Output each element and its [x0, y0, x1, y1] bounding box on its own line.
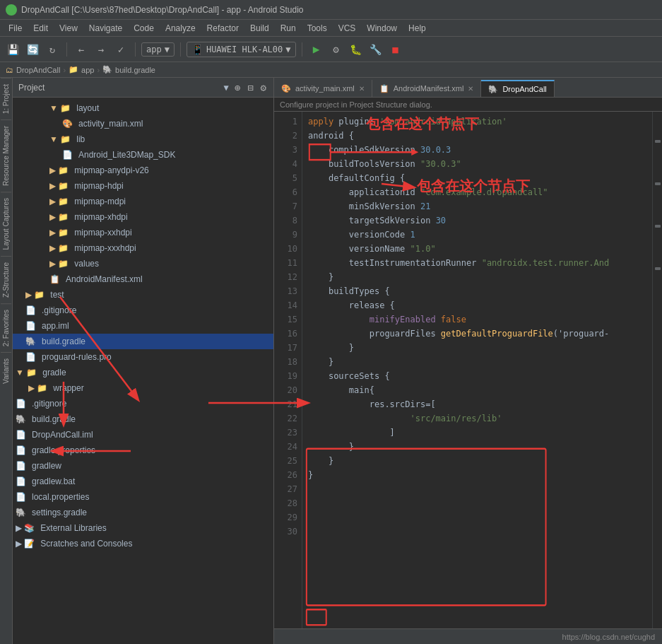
sidebar-tab-structure[interactable]: Z-Structure — [1, 256, 11, 303]
folder-icon: ▼ 📁 — [16, 368, 37, 377]
code-line-4: compileSdkVersion 30.0.3 — [308, 143, 646, 157]
tree-item-label: settings.gradle — [32, 508, 87, 517]
toolbar-sep2 — [135, 42, 136, 57]
menu-build[interactable]: Build — [244, 22, 275, 35]
module-chevron: ▼ — [165, 45, 170, 54]
module-name: app — [146, 45, 162, 54]
tree-item-label: lib — [76, 134, 85, 144]
tab-close-btn[interactable]: ✕ — [468, 85, 473, 93]
menu-refactor[interactable]: Refactor — [201, 22, 244, 35]
list-item[interactable]: ▶ 📁 mipmap-xhdpi — [13, 209, 273, 225]
debug-btn[interactable]: ⚙ — [328, 41, 345, 58]
tab-dropandcall[interactable]: 🐘 DropAndCall — [481, 80, 554, 97]
list-item[interactable]: ▶ 📁 mipmap-hdpi — [13, 178, 273, 194]
folder-icon: ▶ 📁 — [28, 383, 47, 393]
menu-analyze[interactable]: Analyze — [160, 22, 201, 35]
tab-activity-main[interactable]: 🎨 activity_main.xml ✕ — [274, 80, 372, 97]
file-icon: 📄 — [16, 492, 26, 502]
list-item[interactable]: 🐘 build.gradle — [13, 411, 273, 427]
toolbar-save-btn[interactable]: 💾 — [4, 41, 21, 58]
code-area[interactable]: 1 2 3 4 5 6 7 8 9 10 11 12 13 14 15 16 1… — [274, 112, 662, 628]
menu-view[interactable]: View — [54, 22, 83, 35]
tree-header-gear-icon[interactable]: ⚙ — [259, 81, 268, 95]
menu-navigate[interactable]: Navigate — [83, 22, 128, 35]
file-icon: 📄 — [16, 430, 26, 440]
code-line-15: release { — [308, 298, 646, 312]
list-item[interactable]: ▼ 📁 layout — [13, 100, 273, 116]
breadcrumb-app[interactable]: app — [81, 66, 94, 74]
tree-item-label: mipmap-xxhdpi — [74, 228, 131, 238]
attach-btn[interactable]: 🔧 — [367, 41, 384, 58]
list-item[interactable]: 📄 gradlew — [13, 458, 273, 474]
code-line-22: main{ — [308, 383, 646, 397]
line-num: 29 — [274, 510, 297, 525]
menu-window[interactable]: Window — [361, 22, 403, 35]
list-item[interactable]: ▼ 📁 gradle — [13, 365, 273, 380]
stop-btn[interactable]: ■ — [387, 41, 404, 58]
toolbar-undo-btn[interactable]: ✓ — [112, 41, 129, 58]
list-item[interactable]: 📄 proguard-rules.pro — [13, 349, 273, 365]
list-item[interactable]: 🐘 settings.gradle — [13, 505, 273, 520]
list-item[interactable]: ▶ 📁 mipmap-xxhdpi — [13, 225, 273, 240]
tree-item-label: activity_main.xml — [78, 119, 143, 129]
toolbar-back-btn[interactable]: ← — [73, 41, 90, 58]
list-item[interactable]: 🐘 build.gradle — [13, 334, 273, 349]
folder-icon: ▶ 📁 — [49, 165, 69, 175]
list-item[interactable]: 📄 local.properties — [13, 489, 273, 505]
breadcrumb-project[interactable]: DropAndCall — [16, 66, 60, 74]
toolbar-sync-btn[interactable]: 🔄 — [24, 41, 41, 58]
menu-help[interactable]: Help — [403, 22, 432, 35]
tab-manifest[interactable]: 📋 AndroidManifest.xml ✕ — [372, 80, 482, 97]
breadcrumb-file[interactable]: build.gradle — [115, 66, 155, 74]
folder-icon: ▶ 📁 — [49, 228, 69, 238]
tree-header-add-icon[interactable]: ⊕ — [233, 81, 242, 95]
list-item[interactable]: ▶ 📁 mipmap-anydpi-v26 — [13, 163, 273, 178]
tree-item-label: values — [74, 259, 99, 269]
code-content[interactable]: apply plugin: 'com.android.application' … — [302, 112, 652, 628]
menu-code[interactable]: Code — [128, 22, 160, 35]
sidebar-tab-project[interactable]: 1: Project — [1, 78, 11, 119]
menu-run[interactable]: Run — [275, 22, 302, 35]
line-num: 12 — [274, 270, 297, 284]
module-dropdown[interactable]: app ▼ — [141, 42, 175, 57]
tab-close-btn[interactable]: ✕ — [359, 85, 365, 93]
list-item[interactable]: 🎨 activity_main.xml — [13, 116, 273, 131]
list-item[interactable]: 📄 .gitignore — [13, 396, 273, 411]
list-item[interactable]: 📄 gradlew.bat — [13, 474, 273, 489]
toolbar: 💾 🔄 ↻ ← → ✓ app ▼ 📱 HUAWEI HLK-AL00 ▼ ▶ … — [0, 37, 662, 62]
profile-btn[interactable]: 🐛 — [348, 41, 365, 58]
list-item[interactable]: ▶ 📁 mipmap-mdpi — [13, 194, 273, 209]
list-item[interactable]: ▶ 📁 mipmap-xxxhdpi — [13, 240, 273, 256]
tree-header-collapse-icon[interactable]: ⊟ — [246, 81, 254, 95]
folder-icon: ▼ 📁 — [49, 103, 71, 113]
menu-tools[interactable]: Tools — [302, 22, 333, 35]
run-btn[interactable]: ▶ — [308, 41, 325, 58]
sidebar-tab-variants[interactable]: Variants — [1, 352, 11, 390]
device-dropdown[interactable]: 📱 HUAWEI HLK-AL00 ▼ — [187, 42, 296, 57]
tab-label: AndroidManifest.xml — [394, 84, 464, 93]
sidebar-tab-layout[interactable]: Layout Captures — [1, 192, 11, 255]
list-item-wrapper[interactable]: ▶ 📁 wrapper — [13, 380, 273, 396]
list-item[interactable]: ▼ 📁 lib — [13, 131, 273, 147]
list-item[interactable]: ▶ 📁 test — [13, 287, 273, 303]
line-num: 26 — [274, 468, 297, 482]
list-item[interactable]: 📄 app.iml — [13, 318, 273, 334]
menu-file[interactable]: File — [3, 22, 28, 35]
list-item[interactable]: 📄 DropAndCall.iml — [13, 427, 273, 443]
sidebar-tab-favorites[interactable]: 2: Favorites — [1, 303, 11, 352]
menu-vcs[interactable]: VCS — [333, 22, 362, 35]
toolbar-refresh-btn[interactable]: ↻ — [44, 41, 61, 58]
list-item[interactable]: 📄 gradle.properties — [13, 443, 273, 458]
list-item[interactable]: 📄 .gitignore — [13, 303, 273, 318]
external-libraries-item[interactable]: ▶ 📚 External Libraries — [13, 520, 273, 536]
list-item[interactable]: 📋 AndroidManifest.xml — [13, 271, 273, 287]
main-layout: 1: Project Resource Manager Layout Captu… — [0, 78, 662, 644]
list-item[interactable]: 📄 Android_Lite3DMap_SDK — [13, 147, 273, 163]
scratches-item[interactable]: ▶ 📝 Scratches and Consoles — [13, 536, 273, 551]
sidebar-tab-resource[interactable]: Resource Manager — [1, 119, 11, 192]
toolbar-forward-btn[interactable]: → — [93, 41, 110, 58]
menu-edit[interactable]: Edit — [28, 22, 54, 35]
title-bar: DropAndCall [C:\Users\87hed\Desktop\Drop… — [0, 0, 662, 20]
list-item[interactable]: ▶ 📁 values — [13, 256, 273, 271]
folder-icon: ▶ 📁 — [25, 290, 45, 300]
